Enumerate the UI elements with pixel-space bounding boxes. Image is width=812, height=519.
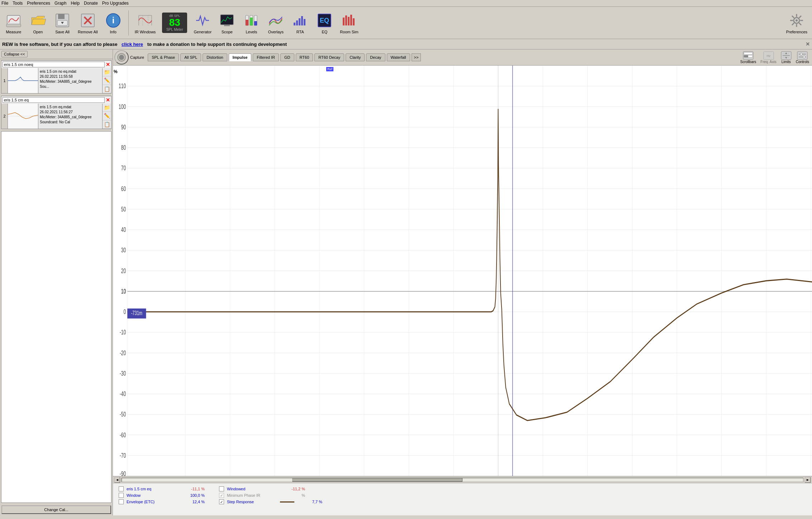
- meas-name-row-1: ✕: [1, 61, 111, 68]
- open-button[interactable]: Open: [27, 10, 49, 36]
- meas-open-btn-1[interactable]: 📁: [103, 68, 111, 76]
- remove-all-button[interactable]: Remove All: [76, 10, 100, 36]
- controls-label: Controls: [796, 60, 809, 64]
- save-all-button[interactable]: Save All: [52, 10, 73, 36]
- tab-filtered-ir[interactable]: Filtered IR: [253, 53, 279, 61]
- legend-checkbox-envelope[interactable]: [119, 499, 124, 504]
- room-sim-button[interactable]: Room Sim: [338, 10, 360, 36]
- meas-name-input-1[interactable]: [3, 62, 105, 67]
- tab-rt60[interactable]: RT60: [296, 53, 313, 61]
- tab-impulse[interactable]: Impulse: [229, 53, 252, 61]
- svg-text:-70: -70: [120, 452, 126, 459]
- svg-text:70: 70: [121, 165, 126, 172]
- legend-checkbox-step-response[interactable]: [219, 499, 224, 504]
- legend-checkbox-eq[interactable]: [119, 486, 124, 491]
- meas-filename-1: eris 1.5 cm no eq.mdat: [40, 69, 101, 74]
- menu-graph[interactable]: Graph: [54, 1, 66, 6]
- spl-value: 83: [169, 18, 180, 28]
- horizontal-scrollbar[interactable]: [122, 478, 803, 482]
- legend-name-min-phase: Minimum Phase IR: [227, 493, 277, 497]
- meas-actions-2: 📁 ✏️ 📋: [102, 104, 111, 129]
- scrollbar-thumb[interactable]: [292, 478, 462, 482]
- menu-help[interactable]: Help: [71, 1, 80, 6]
- scope-button[interactable]: Scope: [216, 10, 238, 36]
- svg-text:0: 0: [123, 308, 126, 315]
- close-donation-button[interactable]: ✕: [806, 41, 810, 47]
- tab-distortion[interactable]: Distortion: [203, 53, 227, 61]
- scroll-right-button[interactable]: ►: [805, 477, 811, 483]
- svg-rect-51: [744, 55, 748, 57]
- svg-rect-28: [345, 15, 347, 25]
- menu-pro-upgrades[interactable]: Pro Upgrades: [102, 1, 129, 6]
- measure-button[interactable]: Measure: [3, 10, 24, 36]
- generator-label: Generator: [194, 30, 212, 34]
- freq-axis-button[interactable]: Hz Freq. Axis: [759, 51, 778, 65]
- remove-all-label: Remove All: [78, 30, 98, 34]
- controls-button[interactable]: Controls: [794, 51, 811, 65]
- meas-edit-btn-1[interactable]: ✏️: [103, 76, 111, 85]
- generator-button[interactable]: Generator: [192, 10, 213, 36]
- tab-decay[interactable]: Decay: [366, 53, 385, 61]
- menu-bar: File Tools Preferences Graph Help Donate…: [0, 0, 812, 7]
- menu-donate[interactable]: Donate: [84, 1, 98, 6]
- tab-all-spl[interactable]: All SPL: [180, 53, 201, 61]
- meas-open-btn-2[interactable]: 📁: [103, 104, 111, 112]
- tab-waterfall[interactable]: Waterfall: [387, 53, 410, 61]
- rta-button[interactable]: RTA: [289, 10, 311, 36]
- preferences-button[interactable]: Preferences: [784, 10, 809, 36]
- scroll-left-button[interactable]: ◄: [114, 477, 120, 483]
- meas-name-clear-2[interactable]: ✕: [106, 97, 110, 103]
- legend-checkbox-windowed[interactable]: [219, 486, 224, 491]
- eq-button[interactable]: EQ EQ: [314, 10, 335, 36]
- tab-spl-phase[interactable]: SPL & Phase: [148, 53, 179, 61]
- left-panel: Collapse << ✕ 1 eris 1.5 cm no eq: [0, 49, 113, 515]
- legend-area: eris 1.5 cm eq -11,1 % Window 100,0 % En…: [113, 483, 812, 515]
- tab-clarity[interactable]: Clarity: [346, 53, 365, 61]
- levels-button[interactable]: Levels: [241, 10, 262, 36]
- capture-button[interactable]: [114, 50, 129, 65]
- meas-copy-btn-1[interactable]: 📋: [103, 85, 111, 93]
- preferences-label: Preferences: [786, 30, 807, 34]
- change-cal-button[interactable]: Change Cal...: [1, 505, 111, 514]
- overlays-button[interactable]: Overlays: [265, 10, 286, 36]
- legend-checkbox-min-phase[interactable]: [219, 493, 224, 498]
- tab-gd[interactable]: GD: [280, 53, 294, 61]
- collapse-button[interactable]: Collapse <<: [1, 51, 28, 57]
- limits-button[interactable]: Limits: [779, 51, 793, 65]
- meas-edit-btn-2[interactable]: ✏️: [103, 112, 111, 120]
- meas-soundcard-2: Soundcard: No Cal: [40, 120, 101, 125]
- spl-meter-button[interactable]: dB SPL 83 SPL Meter: [160, 11, 189, 35]
- scrollbars-button[interactable]: Scrollbars: [739, 51, 758, 65]
- svg-text:Hz: Hz: [766, 54, 770, 58]
- tab-more-button[interactable]: >>: [412, 53, 421, 61]
- svg-rect-17: [246, 20, 248, 25]
- donation-text-after: to make a donation to help support its c…: [147, 42, 287, 47]
- meas-date-2: 26.02.2021 11:56:27: [40, 110, 101, 115]
- info-button[interactable]: i Info: [103, 10, 124, 36]
- meas-name-input-2[interactable]: [3, 97, 105, 103]
- svg-line-40: [799, 16, 801, 18]
- svg-rect-12: [220, 15, 233, 25]
- meas-copy-btn-2[interactable]: 📋: [103, 120, 111, 129]
- meas-name-clear-1[interactable]: ✕: [106, 62, 110, 67]
- svg-point-64: [803, 56, 805, 58]
- ir-windows-button[interactable]: IR Windows: [133, 10, 158, 36]
- menu-tools[interactable]: Tools: [13, 1, 23, 6]
- meas-mic-2: Mic/Meter: 34A885_cal_0degree: [40, 115, 101, 120]
- left-panel-header: Collapse <<: [0, 49, 113, 59]
- legend-checkbox-window[interactable]: [119, 493, 124, 498]
- legend-col-left: eris 1.5 cm eq -11,1 % Window 100,0 % En…: [119, 486, 205, 513]
- menu-preferences[interactable]: Preferences: [27, 1, 50, 6]
- donation-link[interactable]: click here: [122, 42, 143, 47]
- svg-rect-3: [58, 14, 65, 19]
- overlays-label: Overlays: [268, 30, 284, 34]
- svg-text:-30: -30: [120, 370, 126, 377]
- menu-file[interactable]: File: [1, 1, 8, 6]
- freq-axis-label: Freq. Axis: [760, 60, 776, 64]
- legend-item-windowed: Windowed -11,2 %: [219, 486, 322, 491]
- tab-rt60-decay[interactable]: RT60 Decay: [314, 53, 344, 61]
- save-all-icon: [54, 12, 71, 29]
- donation-bar: REW is free software, but if you can aff…: [0, 39, 812, 49]
- ref-marker[interactable]: Ref: [326, 67, 333, 71]
- svg-line-38: [792, 16, 794, 18]
